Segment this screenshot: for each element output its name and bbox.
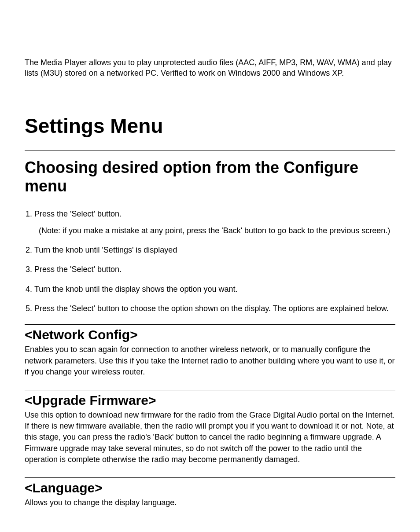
section-divider [25,390,395,390]
step-text: Press the 'Select' button. [34,209,122,218]
main-title: Settings Menu [25,114,395,138]
section-body: Enables you to scan again for connection… [25,344,395,378]
section-heading-network-config: <Network Config> [25,327,395,342]
section-heading-upgrade-firmware: <Upgrade Firmware> [25,393,395,408]
section-divider [25,324,395,325]
sub-title: Choosing desired option from the Configu… [25,158,395,195]
step-text: Press the 'Select' button to choose the … [34,304,389,313]
intro-paragraph: The Media Player allows you to play unpr… [25,57,395,79]
step-item: Turn the knob until the display shows th… [34,284,395,294]
document-page: The Media Player allows you to play unpr… [0,0,420,532]
section-heading-language: <Language> [25,481,395,495]
step-item: Press the 'Select' button. [34,264,395,275]
step-item: Press the 'Select' button. (Note: if you… [34,209,395,236]
step-text: Press the 'Select' button. [34,265,122,274]
step-item: Press the 'Select' button to choose the … [34,303,395,314]
step-text: Turn the knob until the display shows th… [34,285,238,294]
section-divider [25,477,395,478]
step-item: Turn the knob until 'Settings' is displa… [34,245,395,255]
section-body: Use this option to download new firmware… [25,410,395,465]
step-text: Turn the knob until 'Settings' is displa… [34,246,177,254]
step-note: (Note: if you make a mistake at any poin… [39,225,395,236]
steps-list: Press the 'Select' button. (Note: if you… [25,209,395,314]
section-body: Allows you to change the display languag… [25,497,395,508]
title-divider [25,150,395,150]
